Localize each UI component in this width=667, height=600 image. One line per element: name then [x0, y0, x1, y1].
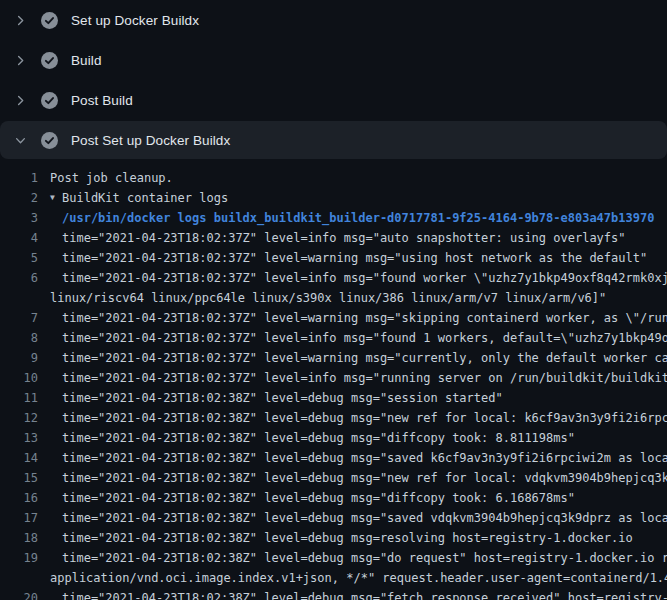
- step-name: Post Build: [71, 93, 133, 108]
- log-text: time="2021-04-23T18:02:38Z" level=debug …: [62, 468, 667, 488]
- chevron-right-icon[interactable]: [12, 52, 28, 68]
- log-text: time="2021-04-23T18:02:38Z" level=debug …: [62, 388, 503, 408]
- log-line: 3 ▼ /usr/bin/docker logs buildx_buildkit…: [0, 208, 667, 228]
- log-text: time="2021-04-23T18:02:38Z" level=debug …: [62, 428, 575, 448]
- log-line: ▼ application/vnd.oci.image.index.v1+jso…: [0, 568, 667, 588]
- log-line: 11 ▼ time="2021-04-23T18:02:38Z" level=d…: [0, 388, 667, 408]
- log-text: time="2021-04-23T18:02:37Z" level=info m…: [62, 328, 667, 348]
- log-text: application/vnd.oci.image.index.v1+json,…: [50, 568, 667, 588]
- line-number[interactable]: 17: [0, 508, 38, 528]
- log-text: time="2021-04-23T18:02:38Z" level=debug …: [62, 408, 667, 428]
- group-expand-triangle-icon[interactable]: ▼: [50, 188, 62, 208]
- log-line: 4 ▼ time="2021-04-23T18:02:37Z" level=in…: [0, 228, 667, 248]
- log-line: 7 ▼ time="2021-04-23T18:02:37Z" level=wa…: [0, 308, 667, 328]
- log-text: time="2021-04-23T18:02:37Z" level=info m…: [62, 368, 667, 388]
- log-line: 9 ▼ time="2021-04-23T18:02:37Z" level=wa…: [0, 348, 667, 368]
- log-viewer: 1 ▼ Post job cleanup. 2 ▼ BuildKit conta…: [0, 159, 667, 600]
- log-line: 2 ▼ BuildKit container logs: [0, 188, 667, 208]
- log-text: time="2021-04-23T18:02:37Z" level=warnin…: [62, 248, 647, 268]
- line-number[interactable]: 2: [0, 188, 38, 208]
- log-line: 5 ▼ time="2021-04-23T18:02:37Z" level=wa…: [0, 248, 667, 268]
- line-number[interactable]: 1: [0, 168, 38, 188]
- log-text: time="2021-04-23T18:02:38Z" level=debug …: [62, 588, 667, 600]
- step-name: Post Set up Docker Buildx: [71, 133, 230, 148]
- log-text: time="2021-04-23T18:02:37Z" level=warnin…: [62, 308, 667, 328]
- log-text: time="2021-04-23T18:02:37Z" level=info m…: [62, 268, 667, 288]
- log-text: time="2021-04-23T18:02:37Z" level=warnin…: [62, 348, 667, 368]
- log-text: linux/riscv64 linux/ppc64le linux/s390x …: [50, 288, 606, 308]
- step-name: Build: [71, 53, 102, 68]
- job-step-row[interactable]: Build: [0, 40, 667, 80]
- log-text: time="2021-04-23T18:02:38Z" level=debug …: [62, 548, 667, 568]
- line-number[interactable]: 19: [0, 548, 38, 568]
- job-step-row[interactable]: Post Set up Docker Buildx: [0, 121, 667, 159]
- log-text: Post job cleanup.: [50, 168, 173, 188]
- log-line: 16 ▼ time="2021-04-23T18:02:38Z" level=d…: [0, 488, 667, 508]
- check-circle-icon: [41, 132, 58, 149]
- log-line: 15 ▼ time="2021-04-23T18:02:38Z" level=d…: [0, 468, 667, 488]
- step-name: Set up Docker Buildx: [71, 13, 199, 28]
- log-line: 12 ▼ time="2021-04-23T18:02:38Z" level=d…: [0, 408, 667, 428]
- check-circle-icon: [41, 92, 58, 109]
- line-number[interactable]: [0, 568, 38, 588]
- job-steps-list: Set up Docker Buildx Build Post Buil: [0, 0, 667, 159]
- chevron-right-icon[interactable]: [12, 12, 28, 28]
- log-line: 8 ▼ time="2021-04-23T18:02:37Z" level=in…: [0, 328, 667, 348]
- line-number[interactable]: 16: [0, 488, 38, 508]
- line-number[interactable]: 3: [0, 208, 38, 228]
- log-line: 6 ▼ time="2021-04-23T18:02:37Z" level=in…: [0, 268, 667, 288]
- log-text: time="2021-04-23T18:02:38Z" level=debug …: [62, 488, 575, 508]
- line-number[interactable]: 10: [0, 368, 38, 388]
- check-circle-icon: [41, 12, 58, 29]
- line-number[interactable]: 18: [0, 528, 38, 548]
- line-number[interactable]: 6: [0, 268, 38, 288]
- line-number[interactable]: 9: [0, 348, 38, 368]
- log-text: time="2021-04-23T18:02:38Z" level=debug …: [62, 528, 633, 548]
- line-number[interactable]: 5: [0, 248, 38, 268]
- line-number[interactable]: 13: [0, 428, 38, 448]
- line-number[interactable]: 14: [0, 448, 38, 468]
- line-number[interactable]: [0, 288, 38, 308]
- log-text: time="2021-04-23T18:02:38Z" level=debug …: [62, 448, 667, 468]
- log-line: ▼ linux/riscv64 linux/ppc64le linux/s390…: [0, 288, 667, 308]
- log-line: 14 ▼ time="2021-04-23T18:02:38Z" level=d…: [0, 448, 667, 468]
- line-number[interactable]: 8: [0, 328, 38, 348]
- chevron-right-icon[interactable]: [12, 92, 28, 108]
- log-line: 20 ▼ time="2021-04-23T18:02:38Z" level=d…: [0, 588, 667, 600]
- log-line: 17 ▼ time="2021-04-23T18:02:38Z" level=d…: [0, 508, 667, 528]
- log-line: 18 ▼ time="2021-04-23T18:02:38Z" level=d…: [0, 528, 667, 548]
- log-text: time="2021-04-23T18:02:37Z" level=info m…: [62, 228, 626, 248]
- job-step-row[interactable]: Set up Docker Buildx: [0, 0, 667, 40]
- log-text: BuildKit container logs: [62, 188, 228, 208]
- log-line: 1 ▼ Post job cleanup.: [0, 168, 667, 188]
- log-text: time="2021-04-23T18:02:38Z" level=debug …: [62, 508, 667, 528]
- line-number[interactable]: 7: [0, 308, 38, 328]
- line-number[interactable]: 15: [0, 468, 38, 488]
- log-line: 10 ▼ time="2021-04-23T18:02:37Z" level=i…: [0, 368, 667, 388]
- line-number[interactable]: 11: [0, 388, 38, 408]
- log-text: /usr/bin/docker logs buildx_buildkit_bui…: [62, 208, 654, 228]
- chevron-down-icon[interactable]: [12, 132, 28, 148]
- line-number[interactable]: 20: [0, 588, 38, 600]
- line-number[interactable]: 12: [0, 408, 38, 428]
- check-circle-icon: [41, 52, 58, 69]
- log-line: 13 ▼ time="2021-04-23T18:02:38Z" level=d…: [0, 428, 667, 448]
- log-line: 19 ▼ time="2021-04-23T18:02:38Z" level=d…: [0, 548, 667, 568]
- job-step-row[interactable]: Post Build: [0, 80, 667, 120]
- line-number[interactable]: 4: [0, 228, 38, 248]
